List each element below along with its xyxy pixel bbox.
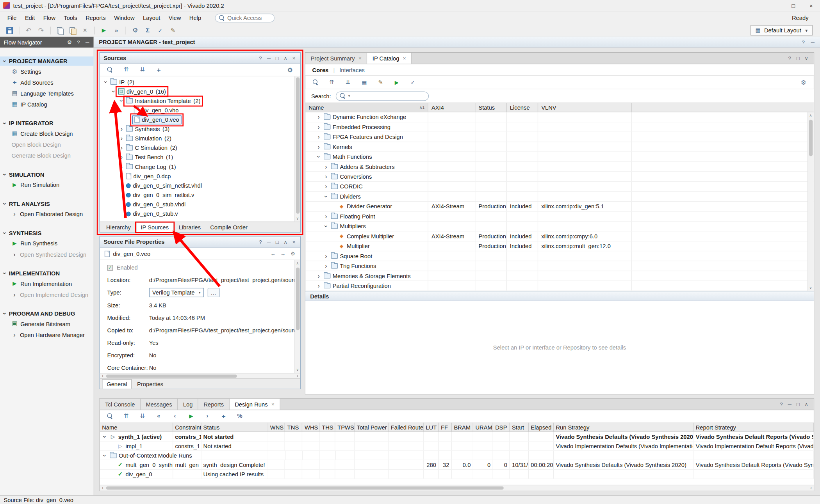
tree-item[interactable]: div_gen_0_sim_netlist.v	[100, 190, 300, 200]
catalog-row[interactable]: ›CORDIC	[305, 182, 814, 192]
expander-icon[interactable]: ›	[101, 434, 109, 440]
flownav-item-ip-catalog[interactable]: ▦IP Catalog	[0, 99, 94, 110]
menu-flow[interactable]: Flow	[39, 13, 60, 22]
tree-item[interactable]: ›C Simulation(2)	[100, 143, 300, 153]
sources-vertical-scrollbar[interactable]: ∨	[294, 76, 300, 222]
expander-icon[interactable]: ›	[323, 252, 329, 260]
tab-hierarchy[interactable]: Hierarchy	[102, 223, 135, 232]
tab-ip-catalog[interactable]: IP Catalog×	[367, 53, 412, 64]
column-header-uram[interactable]: URAM	[473, 422, 493, 431]
edit-button[interactable]: ✎	[168, 25, 178, 35]
float-icon[interactable]: □	[275, 239, 280, 245]
close-icon[interactable]: ×	[358, 55, 362, 61]
menu-tools[interactable]: Tools	[60, 13, 82, 22]
tree-item[interactable]: div_gen_0_sim_netlist.vhdl	[100, 181, 300, 190]
expander-icon[interactable]: ›	[118, 98, 125, 104]
copy-button[interactable]	[54, 25, 65, 35]
expander-icon[interactable]: ›	[323, 262, 329, 270]
minimize-icon[interactable]: ─	[266, 55, 271, 61]
run-row[interactable]: ›Out-of-Context Module Runs	[100, 451, 814, 460]
catalog-row[interactable]: ◆MultiplierProductionIncludedxilinx.com:…	[305, 241, 814, 251]
float-icon[interactable]: □	[795, 55, 800, 61]
subtab-cores[interactable]: Cores	[312, 67, 329, 73]
catalog-row[interactable]: ›Floating Point	[305, 211, 814, 221]
expander-icon[interactable]: ›	[316, 114, 322, 121]
tree-item[interactable]: div_gen_0.veo	[100, 115, 300, 124]
maximize-button[interactable]: □	[784, 0, 802, 11]
add-button[interactable]: +	[218, 411, 229, 421]
flownav-item-language-templates[interactable]: ▤Language Templates	[0, 88, 94, 99]
collapse-all-button[interactable]: ⇈	[326, 77, 337, 88]
tab-general[interactable]: General	[102, 379, 132, 389]
expander-icon[interactable]: ›	[101, 453, 109, 458]
validate-button[interactable]: ✓	[155, 25, 166, 35]
run-button[interactable]: ▶	[391, 77, 402, 88]
flownav-section-ip-integrator[interactable]: ›IP INTEGRATOR	[0, 119, 94, 128]
group-button[interactable]: ▦	[359, 77, 370, 88]
tab-ip-sources[interactable]: IP Sources	[136, 223, 173, 232]
catalog-row[interactable]: ›Dividers	[305, 192, 814, 202]
minimize-icon[interactable]: ─	[787, 401, 792, 407]
flownav-section-simulation[interactable]: ›SIMULATION	[0, 170, 94, 179]
tab-project-summary[interactable]: Project Summary×	[305, 53, 367, 64]
column-header-failed-routes[interactable]: Failed Routes	[389, 422, 424, 431]
redo-button[interactable]: ↷	[36, 25, 46, 35]
scrollbar-thumb[interactable]	[296, 77, 299, 214]
float-icon[interactable]: □	[275, 55, 280, 61]
catalog-row[interactable]: ›FPGA Features and Design	[305, 132, 814, 142]
column-header-dsp[interactable]: DSP	[493, 422, 510, 431]
search-button[interactable]	[310, 77, 321, 88]
tree-item[interactable]: div_gen_0_stub.vhdl	[100, 200, 300, 209]
subtab-interfaces[interactable]: Interfaces	[339, 67, 365, 73]
column-header-bram[interactable]: BRAM	[452, 422, 473, 431]
column-header-ff[interactable]: FF	[439, 422, 452, 431]
help-icon[interactable]: ?	[779, 401, 784, 407]
column-header-run-strategy[interactable]: Run Strategy	[554, 422, 693, 431]
column-header-lut[interactable]: LUT	[424, 422, 439, 431]
edit-button[interactable]: ✎	[375, 77, 386, 88]
column-header-vlnv[interactable]: VLNV	[538, 103, 632, 112]
column-header-elapsed[interactable]: Elapsed	[529, 422, 554, 431]
flownav-item-open-elaborated-design[interactable]: ›Open Elaborated Design	[0, 208, 94, 219]
column-header-status[interactable]: Status	[475, 103, 506, 112]
scrollbar-thumb[interactable]	[809, 120, 812, 156]
forward-icon[interactable]: →	[280, 251, 285, 257]
menu-view[interactable]: View	[164, 13, 185, 22]
expander-icon[interactable]: ›	[323, 163, 329, 170]
tree-item[interactable]: ›Change Log(1)	[100, 162, 300, 171]
runs-horizontal-scrollbar[interactable]: ‹ ›	[100, 485, 814, 491]
undo-button[interactable]: ↶	[23, 25, 34, 35]
scroll-down-icon[interactable]: ∨	[295, 367, 300, 373]
tab-properties[interactable]: Properties	[133, 380, 168, 389]
catalog-search-input[interactable]: ▾	[336, 91, 429, 101]
paste-button[interactable]	[67, 25, 78, 35]
scroll-left-icon[interactable]: ‹	[100, 485, 105, 490]
properties-horizontal-scrollbar[interactable]: ‹ ›	[100, 373, 300, 378]
expand-all-button[interactable]: ⇊	[137, 411, 148, 421]
collapse-panel-icon[interactable]: ∧	[283, 239, 288, 245]
validate-button[interactable]: ✓	[407, 77, 418, 88]
type-dropdown[interactable]: Verilog Template▾	[149, 288, 204, 297]
catalog-row[interactable]: ›Square Root	[305, 251, 814, 261]
scroll-right-icon[interactable]: ›	[809, 485, 814, 490]
menu-reports[interactable]: Reports	[81, 13, 110, 22]
catalog-row[interactable]: ◆Complex MultiplierAXI4-StreamProduction…	[305, 231, 814, 241]
flownav-item-open-block-design[interactable]: Open Block Design	[0, 139, 94, 150]
expander-icon[interactable]: ›	[110, 89, 118, 94]
expand-all-button[interactable]: ⇊	[342, 77, 353, 88]
search-button[interactable]	[105, 64, 116, 75]
expander-icon[interactable]: ›	[316, 282, 322, 289]
expander-icon[interactable]: ›	[1, 201, 9, 207]
flownav-item-run-implementation[interactable]: ▶Run Implementation	[0, 278, 94, 289]
tab-log[interactable]: Log	[178, 399, 198, 410]
close-icon[interactable]: ×	[403, 55, 406, 61]
float-icon[interactable]: □	[795, 401, 800, 407]
expander-icon[interactable]: ›	[1, 58, 9, 64]
close-icon[interactable]: ×	[291, 239, 296, 245]
settings-gear-icon[interactable]: ⚙	[67, 39, 72, 45]
collapse-all-button[interactable]: ⇈	[121, 411, 132, 421]
expander-icon[interactable]: ›	[315, 154, 323, 160]
flownav-item-open-synthesized-design[interactable]: ›Open Synthesized Design	[0, 249, 94, 260]
expander-icon[interactable]: ›	[119, 135, 125, 142]
expander-icon[interactable]: ›	[323, 173, 329, 180]
